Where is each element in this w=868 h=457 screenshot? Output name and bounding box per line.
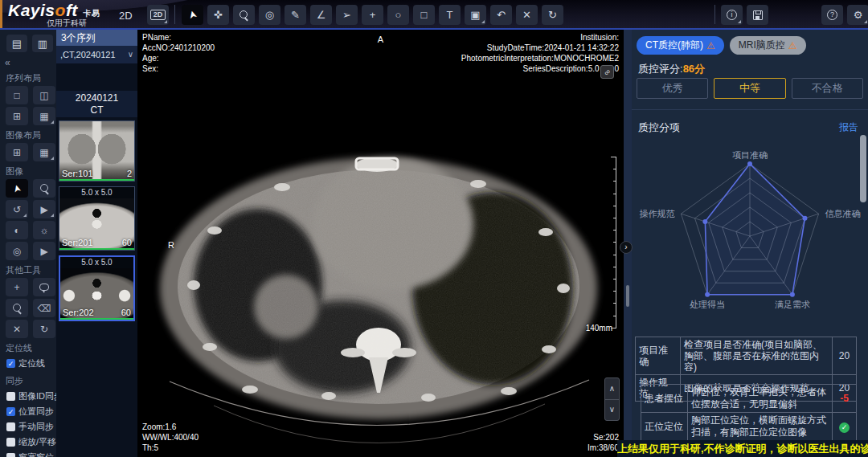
tab-mri-qc[interactable]: MRI脑质控⚠	[730, 36, 806, 55]
series-thumbnail-Ser-201[interactable]: 5.0 x 5.0Ser:20160	[59, 186, 135, 251]
previous-image-button[interactable]: ∧	[605, 378, 619, 400]
text-annotate-tool-button[interactable]: T	[439, 5, 461, 25]
grade-button-不合格[interactable]: 不合格	[792, 78, 863, 99]
tab-ct-qc[interactable]: CT质控(肺部)⚠	[637, 36, 724, 55]
sidebar-collapse-button[interactable]: «	[0, 55, 56, 68]
reset-view-tool-button[interactable]: ↻	[33, 320, 55, 338]
layout-1x2-icon: ◫	[39, 91, 48, 100]
help-button[interactable]: ?	[821, 5, 843, 25]
logo-text-2: ft	[66, 1, 78, 19]
reset-tool-button[interactable]: ↻	[542, 5, 563, 25]
checkbox[interactable]	[6, 359, 15, 368]
cursor-tool-button[interactable]: ➤	[182, 5, 203, 25]
chevron-down-icon: ∨	[609, 406, 615, 414]
cursor-icon: ➤	[186, 10, 199, 21]
orientation-marker-anterior: A	[378, 35, 383, 45]
length-measure-tool-button[interactable]: ✎	[285, 5, 306, 25]
image-invert-tool-button[interactable]: ◐	[6, 221, 28, 239]
info-overlay-toggle-button[interactable]: i	[721, 5, 743, 25]
disclaimer-marquee: 上结果仅用于科研,不作诊断证明，诊断以医生出具的诊断	[617, 440, 868, 457]
right-tool-strip: ?⚙	[821, 5, 868, 25]
tool-sidebar: ▤▥ « 序列布局□◫⊞▦图像布局⊞▦图像➤↺▶◐☼◎▶其他工具+⌫✕↻ 定位线…	[0, 30, 56, 457]
qc-table-row: 项目准确检查项目是否准确(项目如脑部、胸部、腹部是否在标准的范围内容)20	[636, 337, 857, 375]
top-toolbar: Kayisoft 卡易 仅用于科研 2D 2D ➤✜◎✎∠➢+○□T▣↶✕↻ i…	[0, 0, 868, 30]
window-level-tool-button[interactable]: ◎	[259, 5, 280, 25]
series-group-header: 20240121 CT	[56, 91, 137, 117]
checkbox[interactable]	[6, 392, 15, 401]
qc-item-score: -5	[833, 385, 857, 413]
radar-axis-label: 满足需求	[775, 300, 810, 309]
report-panel-toggle-button[interactable]: ▥	[32, 35, 53, 52]
checkbox[interactable]	[6, 438, 15, 447]
series-thumbnail-Ser-101[interactable]: Ser:1012	[59, 120, 135, 182]
contrast-icon: ◐	[14, 226, 19, 235]
point-marker-tool-button[interactable]: +	[362, 5, 383, 25]
image-magnify-tool-button[interactable]	[33, 179, 55, 198]
next-image-button[interactable]: ∨	[605, 400, 619, 421]
series-layout-3x3-button[interactable]: ▦	[33, 107, 55, 125]
arrow-annotate-tool-button[interactable]: ➢	[336, 5, 358, 25]
series-thumbnail-Ser-202[interactable]: 5.0 x 5.0Ser:20260	[59, 255, 135, 321]
ellipse-roi-tool-button[interactable]: ○	[387, 5, 409, 25]
save-image-button[interactable]	[747, 5, 768, 25]
logo-text: Kayis	[8, 1, 55, 19]
link-series-button[interactable]: ∞	[600, 65, 614, 79]
study-dropdown-value: ,CT,20240121	[60, 50, 128, 59]
undo-tool-button[interactable]: ↶	[490, 5, 512, 25]
qc-panel-scrollbar-thumb[interactable]	[860, 135, 866, 202]
tab-label: CT质控(肺部)	[645, 39, 703, 52]
image-flip-tool-button[interactable]: ▶	[33, 200, 55, 218]
cine-play-tool-button[interactable]: ▶	[33, 242, 55, 260]
checkbox[interactable]	[6, 453, 15, 457]
angle-icon: ∠	[317, 10, 326, 20]
pan-tool-button[interactable]: ✜	[207, 5, 229, 25]
comment-tool-button[interactable]	[33, 278, 55, 296]
eraser-tool-button[interactable]: ⌫	[33, 299, 55, 317]
delete-annotation-tool-button[interactable]: ✕	[516, 5, 538, 25]
series-layout-1x2-button[interactable]: ◫	[33, 86, 55, 104]
detail-magnifier-tool-button[interactable]	[6, 299, 28, 317]
delete-tool-button[interactable]: ✕	[6, 320, 28, 338]
orientation-marker-right: R	[168, 240, 174, 251]
qc-grade-buttons: 优秀中等不合格	[637, 78, 863, 99]
cine-icon: ▶	[40, 247, 47, 256]
panel-expand-button[interactable]: ›	[620, 241, 633, 254]
qc-score-label: 质控评分:	[638, 63, 683, 75]
image-layout-2x2-button[interactable]: ⊞	[6, 143, 28, 161]
overlay-line: Th:5	[142, 443, 199, 453]
angle-measure-tool-button[interactable]: ∠	[310, 5, 332, 25]
series-layout-2x2-button[interactable]: ⊞	[6, 107, 28, 125]
grade-button-中等[interactable]: 中等	[714, 78, 785, 99]
checkbox[interactable]	[6, 407, 15, 416]
settings-button[interactable]: ⚙	[847, 5, 868, 25]
brightness-icon: ☼	[40, 226, 49, 235]
zoom-tool-button[interactable]	[233, 5, 255, 25]
image-brightness-tool-button[interactable]: ☼	[33, 221, 55, 239]
study-dropdown[interactable]: ,CT,20240121 ∨	[56, 46, 137, 63]
overlay-line: SeriesDescription:5.0 x 5.0	[461, 63, 619, 74]
settings-icon: ⚙	[854, 10, 863, 20]
image-compare-tool-button[interactable]: ▣	[465, 5, 486, 25]
thumbnail-panel-toggle-button[interactable]: ▤	[6, 35, 27, 52]
qc-panel: CT质控(肺部)⚠MRI脑质控⚠ 质控评分:86分 优秀中等不合格 质控分项 报…	[632, 30, 868, 457]
image-target-tool-button[interactable]: ◎	[6, 242, 28, 260]
image-cursor-tool-button[interactable]: ➤	[6, 179, 28, 198]
image-rotate-tool-button[interactable]: ↺	[6, 200, 28, 218]
sidebar-section-title: 图像布局	[0, 125, 56, 143]
viewport-scrollbar-thumb[interactable]	[626, 285, 629, 307]
overlay-line: AccNO:2401210200	[142, 43, 215, 53]
pencil-icon: ✎	[291, 10, 300, 20]
scale-ruler-label: 140mm	[586, 324, 612, 333]
layout-mode-button[interactable]: 2D	[147, 5, 169, 25]
add-tool-button[interactable]: +	[6, 278, 28, 296]
overlay-series-info: Se:202Im:38/60	[588, 432, 619, 453]
report-link[interactable]: 报告	[839, 120, 858, 134]
image-viewport[interactable]: PName:AccNO:2401210200Age:Sex: Institusi…	[137, 30, 624, 457]
image-layout-3x3-button[interactable]: ▦	[33, 143, 55, 161]
toolbar-separator-2	[714, 5, 715, 24]
series-layout-1x1-button[interactable]: □	[6, 86, 28, 104]
checkbox[interactable]	[6, 422, 15, 431]
qc-item-score: 20	[833, 337, 857, 375]
rectangle-roi-tool-button[interactable]: □	[413, 5, 435, 25]
grade-button-优秀[interactable]: 优秀	[637, 78, 708, 99]
